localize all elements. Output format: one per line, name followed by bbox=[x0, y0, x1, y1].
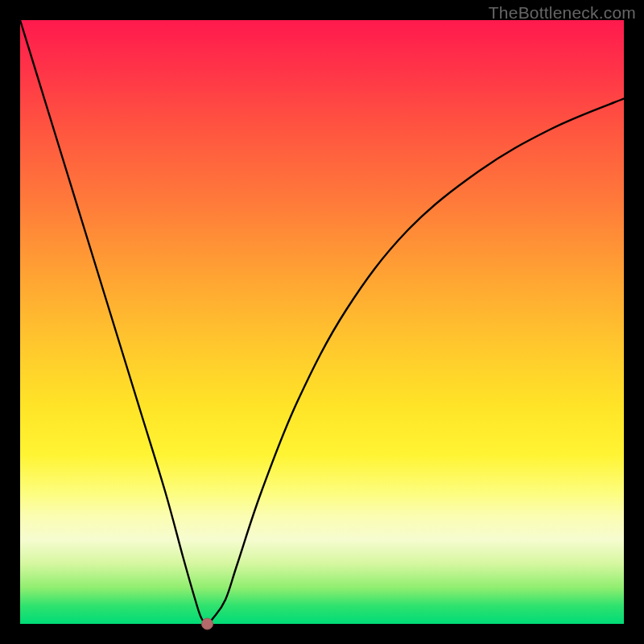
bottleneck-curve bbox=[20, 20, 624, 624]
watermark-text: TheBottleneck.com bbox=[489, 3, 636, 23]
curve-layer bbox=[20, 20, 624, 624]
chart-frame: TheBottleneck.com bbox=[0, 0, 644, 644]
optimum-marker bbox=[202, 618, 213, 630]
